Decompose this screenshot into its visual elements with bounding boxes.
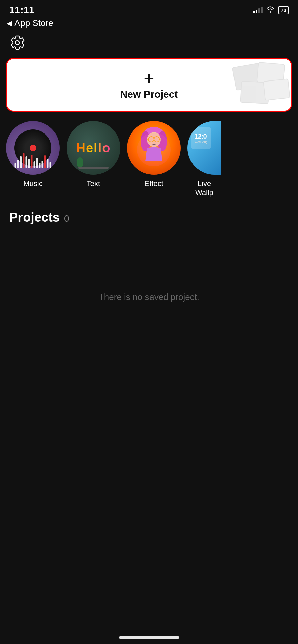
music-inner — [6, 121, 60, 175]
projects-section: Projects 0 There is no saved project. — [0, 210, 298, 302]
music-label: Music — [23, 179, 42, 188]
new-project-content: + New Project — [120, 70, 178, 100]
status-time: 11:11 — [9, 5, 34, 15]
category-item-music[interactable]: Music — [6, 121, 60, 197]
no-project-message: There is no saved project. — [9, 292, 289, 302]
livewallpaper-circle: 12:0 Wed, Aug — [187, 121, 221, 175]
wifi-icon — [266, 6, 275, 14]
text-inner: Hello — [67, 121, 120, 175]
category-item-effect[interactable]: Effect — [127, 121, 181, 197]
photo-stack — [214, 61, 288, 108]
category-item-livewallpaper[interactable]: 12:0 Wed, Aug Live Wallp — [187, 121, 221, 197]
waveform-overlay — [15, 151, 51, 168]
text-label: Text — [87, 179, 100, 188]
livewallpaper-date: Wed, Aug — [195, 140, 208, 144]
effect-person-svg — [134, 124, 174, 171]
projects-header: Projects 0 — [9, 210, 289, 225]
photo-thumb-4 — [263, 78, 290, 101]
settings-row[interactable] — [0, 31, 298, 58]
signal-icon — [253, 7, 263, 13]
category-item-text[interactable]: Hello Text — [67, 121, 120, 197]
desk-decoration — [78, 167, 109, 169]
home-indicator — [119, 636, 179, 639]
projects-title: Projects — [9, 210, 60, 225]
music-circle — [6, 121, 60, 175]
new-project-label: New Project — [120, 89, 178, 100]
svg-point-9 — [137, 133, 171, 166]
effect-label: Effect — [144, 179, 163, 188]
projects-count: 0 — [64, 213, 69, 224]
status-bar: 11:11 73 — [0, 0, 298, 18]
plant-decoration — [77, 157, 83, 167]
battery-icon: 73 — [278, 6, 289, 14]
effect-inner — [127, 121, 181, 175]
effect-circle — [127, 121, 181, 175]
back-arrow-icon: ◀ — [7, 19, 12, 28]
back-navigation[interactable]: ◀ App Store — [0, 18, 298, 31]
back-label: App Store — [14, 18, 53, 29]
livewallpaper-label: Live Wallp — [187, 179, 221, 197]
categories-row: Music Hello Text — [0, 121, 298, 197]
vinyl-center — [30, 145, 36, 151]
livewallpaper-widget: 12:0 Wed, Aug — [191, 127, 211, 149]
hello-text: Hello — [76, 141, 111, 155]
new-project-card[interactable]: + New Project — [6, 58, 292, 112]
card-decoration — [207, 59, 292, 111]
text-circle: Hello — [67, 121, 120, 175]
status-icons: 73 — [253, 6, 289, 14]
new-project-wrapper[interactable]: + New Project — [0, 58, 298, 112]
new-project-plus-icon: + — [144, 70, 154, 87]
settings-icon[interactable] — [9, 35, 26, 51]
livewallpaper-time: 12:0 — [195, 132, 208, 140]
